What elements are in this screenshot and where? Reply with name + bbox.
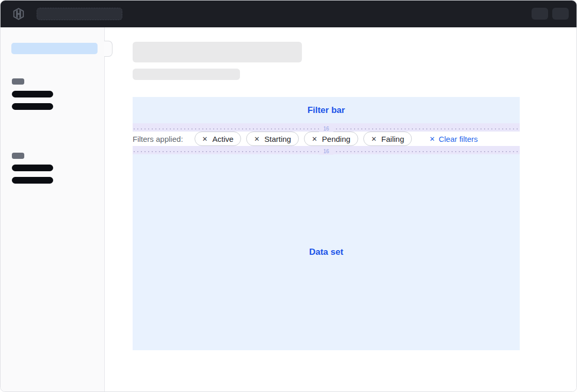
topbar-action-placeholder-1[interactable] [532,8,548,20]
filter-chip-pending[interactable]: ✕ Pending [304,132,358,146]
filter-chip-failing[interactable]: ✕ Failing [363,132,412,146]
sidebar-flyout-handle[interactable] [104,41,113,57]
filter-chip-label: Starting [264,135,291,143]
dismiss-icon: ✕ [202,136,208,142]
spacing-value-top: 16 [319,125,333,132]
filter-chip-active[interactable]: ✕ Active [195,132,242,146]
data-set-region: Data set [133,154,520,350]
filter-bar-label: Filter bar [308,105,345,116]
sidebar [1,27,105,391]
hashicorp-logo-icon [12,7,25,21]
spacing-annotation-bottom: 16 [133,146,520,154]
clear-filters-link[interactable]: ✕ Clear filters [429,135,478,143]
page-title-placeholder [133,42,302,62]
topbar-action-placeholder-2[interactable] [552,8,569,20]
sidebar-item-placeholder-1[interactable] [12,91,53,97]
clear-filters-icon: ✕ [429,136,435,142]
sidebar-section-label-placeholder-1 [12,78,24,85]
sidebar-item-placeholder-3[interactable] [12,165,53,171]
filter-bar-region: Filter bar [133,97,520,123]
sidebar-item-selected[interactable] [11,43,98,54]
topbar [1,1,576,27]
dismiss-icon: ✕ [312,136,317,142]
dismiss-icon: ✕ [371,136,377,142]
filters-applied-row: Filters applied: ✕ Active ✕ Starting ✕ P… [133,132,520,146]
filter-chip-label: Active [212,135,233,143]
global-search-placeholder[interactable] [37,8,122,20]
filters-applied-label: Filters applied: [133,135,183,143]
clear-filters-label: Clear filters [439,135,478,143]
sidebar-item-placeholder-4[interactable] [12,177,53,184]
filter-chip-starting[interactable]: ✕ Starting [246,132,299,146]
dismiss-icon: ✕ [254,136,260,142]
page-subtitle-placeholder [133,69,240,80]
data-set-label: Data set [309,247,343,257]
app-window: Filter bar 16 Filters applied: ✕ Active … [0,0,577,392]
main-content: Filter bar 16 Filters applied: ✕ Active … [105,27,576,391]
filter-chip-label: Failing [381,135,404,143]
spacing-annotation-top: 16 [133,123,520,132]
filter-chip-label: Pending [322,135,350,143]
spacing-value-bottom: 16 [319,148,333,155]
sidebar-section-label-placeholder-2 [12,153,24,159]
sidebar-item-placeholder-2[interactable] [12,103,53,110]
